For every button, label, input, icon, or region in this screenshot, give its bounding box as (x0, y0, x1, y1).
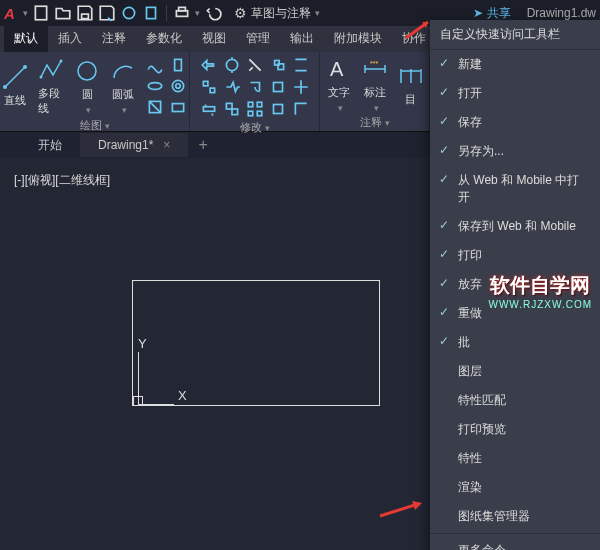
drawn-rectangle[interactable] (132, 280, 380, 406)
modify-row3[interactable] (200, 100, 310, 118)
ucs-origin (133, 396, 143, 406)
svg-rect-27 (232, 109, 238, 115)
saveas-icon[interactable] (98, 4, 116, 22)
chevron-down-icon: ▾ (315, 8, 320, 18)
axis-x-label: X (178, 388, 187, 403)
viewport-label[interactable]: [-][俯视][二维线框] (14, 172, 110, 189)
svg-rect-23 (210, 88, 215, 93)
svg-rect-24 (273, 83, 282, 92)
menu-item-matchprop[interactable]: 特性匹配 (430, 386, 600, 415)
ribbon-tab-addins[interactable]: 附加模块 (324, 25, 392, 52)
svg-point-14 (172, 80, 183, 91)
watermark-url: WWW.RJZXW.COM (488, 299, 592, 310)
svg-rect-25 (203, 107, 214, 112)
menu-item-print[interactable]: 打印 (430, 241, 600, 270)
panel-annot-label: 注释 (360, 115, 382, 130)
menu-item-sheetset[interactable]: 图纸集管理器 (430, 502, 600, 531)
svg-point-19 (226, 59, 237, 70)
menu-item-partial[interactable]: 批 (430, 328, 600, 357)
draw-row2[interactable] (146, 77, 187, 95)
panel-modify-label: 修改 (240, 120, 262, 135)
share-button[interactable]: ➤ 共享 (473, 5, 511, 22)
save-icon[interactable] (76, 4, 94, 22)
annotation-arrow-2 (378, 498, 424, 520)
new-icon[interactable] (32, 4, 50, 22)
print-icon[interactable] (173, 4, 191, 22)
annotation-arrow-1 (404, 18, 434, 40)
ribbon-tab-annotate[interactable]: 注释 (92, 25, 136, 52)
qat-caret[interactable]: ▾ (195, 8, 200, 18)
svg-point-7 (3, 85, 7, 89)
ribbon-tab-insert[interactable]: 插入 (48, 25, 92, 52)
svg-point-11 (78, 62, 96, 80)
draw-row3[interactable] (146, 98, 187, 116)
svg-rect-12 (175, 59, 182, 70)
svg-point-9 (40, 75, 43, 78)
panel-draw: 直线 多段线 圆 圆弧 绘图▾ (0, 52, 190, 131)
doc-tab-add[interactable]: + (188, 136, 217, 154)
svg-point-13 (148, 83, 162, 90)
watermark-text: 软件自学网 (488, 272, 592, 299)
workspace-label: 草图与注释 (251, 5, 311, 22)
dim-button[interactable]: ***标注 (362, 56, 388, 113)
menu-separator (430, 533, 600, 534)
menu-item-save[interactable]: 保存 (430, 108, 600, 137)
polyline-button[interactable]: 多段线 (38, 57, 64, 116)
menu-item-open[interactable]: 打开 (430, 79, 600, 108)
line-button[interactable]: 直线 (2, 64, 28, 108)
draw-row1[interactable] (146, 56, 187, 74)
svg-rect-1 (81, 14, 88, 19)
menu-item-render[interactable]: 渲染 (430, 473, 600, 502)
menu-item-new[interactable]: 新建 (430, 50, 600, 79)
undo-icon[interactable] (204, 4, 222, 22)
menu-item-properties[interactable]: 特性 (430, 444, 600, 473)
svg-line-17 (149, 101, 160, 112)
svg-rect-5 (178, 7, 185, 10)
svg-rect-29 (257, 102, 262, 107)
menu-item-webopen[interactable]: 从 Web 和 Mobile 中打开 (430, 166, 600, 212)
table-button[interactable]: 目 (398, 63, 424, 107)
svg-point-15 (176, 84, 181, 89)
web-open-icon[interactable] (120, 4, 138, 22)
share-label: 共享 (487, 5, 511, 22)
modify-row2[interactable] (200, 78, 310, 96)
ribbon-tab-parametric[interactable]: 参数化 (136, 25, 192, 52)
modify-row1[interactable] (200, 56, 310, 74)
ribbon-tab-manage[interactable]: 管理 (236, 25, 280, 52)
svg-point-2 (123, 7, 134, 18)
workspace-selector[interactable]: ⚙ 草图与注释 ▾ (234, 5, 320, 22)
app-logo: A (4, 5, 15, 22)
menu-item-websave[interactable]: 保存到 Web 和 Mobile (430, 212, 600, 241)
ribbon-tab-default[interactable]: 默认 (4, 25, 48, 52)
menu-item-layer[interactable]: 图层 (430, 357, 600, 386)
doc-tab-drawing1[interactable]: Drawing1* (80, 133, 188, 157)
svg-text:A: A (330, 58, 344, 80)
panel-annot: A文字 ***标注 目 注释▾ (320, 52, 430, 131)
svg-rect-32 (273, 105, 282, 114)
qat-separator (166, 5, 167, 21)
svg-marker-43 (412, 501, 422, 510)
gear-icon: ⚙ (234, 5, 247, 21)
open-icon[interactable] (54, 4, 72, 22)
svg-rect-22 (203, 81, 208, 86)
app-menu-caret[interactable]: ▾ (23, 8, 28, 18)
menu-item-more[interactable]: 更多命令... (430, 536, 600, 550)
menu-item-printpreview[interactable]: 打印预览 (430, 415, 600, 444)
web-save-icon[interactable] (142, 4, 160, 22)
svg-line-6 (5, 67, 25, 87)
svg-rect-21 (278, 64, 284, 70)
paper-plane-icon: ➤ (473, 6, 483, 20)
doc-tab-start[interactable]: 开始 (20, 132, 80, 159)
arc-button[interactable]: 圆弧 (110, 58, 136, 115)
ucs-x-axis (138, 404, 174, 405)
svg-rect-18 (172, 104, 183, 112)
circle-button[interactable]: 圆 (74, 58, 100, 115)
svg-rect-28 (248, 102, 253, 107)
panel-draw-label: 绘图 (80, 118, 102, 133)
ribbon-tab-output[interactable]: 输出 (280, 25, 324, 52)
menu-header: 自定义快速访问工具栏 (430, 20, 600, 50)
text-button[interactable]: A文字 (326, 56, 352, 113)
svg-text:***: *** (370, 60, 378, 67)
ribbon-tab-view[interactable]: 视图 (192, 25, 236, 52)
menu-item-saveas[interactable]: 另存为... (430, 137, 600, 166)
